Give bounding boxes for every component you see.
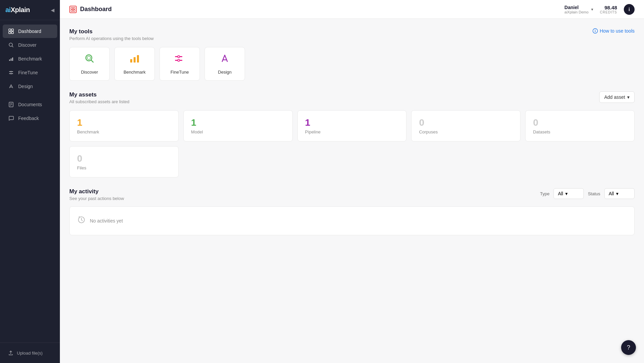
svg-rect-30 xyxy=(134,57,136,63)
settings-button[interactable]: i xyxy=(624,4,635,15)
asset-label-benchmark: Benchmark xyxy=(77,129,171,134)
asset-count-model: 1 xyxy=(191,117,285,128)
tool-card-finetune[interactable]: FineTune xyxy=(159,47,200,81)
empty-cell-1 xyxy=(183,146,293,177)
status-filter-label: Status xyxy=(588,191,600,196)
sidebar-item-label: Design xyxy=(18,84,33,89)
sidebar-bottom: Upload file(s) xyxy=(0,342,60,363)
status-filter-value: All xyxy=(609,191,614,196)
asset-label-files: Files xyxy=(77,165,171,170)
svg-rect-23 xyxy=(73,10,75,11)
svg-rect-20 xyxy=(71,7,73,9)
how-to-label: How to use tools xyxy=(600,28,635,34)
svg-text:i: i xyxy=(595,29,596,33)
status-filter-chevron: ▾ xyxy=(616,191,618,196)
svg-point-27 xyxy=(87,56,91,59)
feedback-icon xyxy=(8,115,14,121)
settings-icon: i xyxy=(629,7,630,12)
svg-point-37 xyxy=(178,59,180,62)
type-filter-label: Type xyxy=(540,191,549,196)
sidebar-item-feedback[interactable]: Feedback xyxy=(3,112,57,125)
activity-section-title: My activity xyxy=(69,188,124,195)
sidebar-item-discover[interactable]: Discover xyxy=(3,38,57,52)
sidebar-item-documents[interactable]: Documents xyxy=(3,98,57,111)
svg-point-14 xyxy=(11,73,12,74)
user-subtitle: aiXplain Demo xyxy=(565,10,589,14)
asset-card-pipeline[interactable]: 1 Pipeline xyxy=(297,110,407,142)
upload-files-button[interactable]: Upload file(s) xyxy=(3,347,57,359)
sidebar-item-label: Benchmark xyxy=(18,56,42,62)
activity-section-title-area: My activity See your past actions below xyxy=(69,188,124,201)
assets-section-title: My assets xyxy=(69,91,129,98)
sidebar-nav: Dashboard Discover Benchmark xyxy=(0,20,60,342)
asset-count-pipeline: 1 xyxy=(305,117,399,128)
asset-card-datasets[interactable]: 0 Datasets xyxy=(525,110,635,142)
header: Dashboard Daniel aiXplain Demo ▾ 98.48 C… xyxy=(60,0,644,19)
discover-tool-icon xyxy=(84,53,95,66)
type-filter-chevron: ▾ xyxy=(565,191,568,196)
svg-rect-31 xyxy=(137,55,139,63)
page-content: My tools Perform AI operations using the… xyxy=(60,19,644,363)
tools-section-header: My tools Perform AI operations using the… xyxy=(69,28,635,41)
sidebar-item-dashboard[interactable]: Dashboard xyxy=(3,25,57,38)
svg-rect-21 xyxy=(73,7,75,9)
type-filter-select[interactable]: All ▾ xyxy=(553,188,584,199)
sidebar-item-label: Dashboard xyxy=(18,29,41,34)
status-filter-select[interactable]: All ▾ xyxy=(604,188,635,199)
user-chevron: ▾ xyxy=(591,7,593,12)
sidebar: aiXplain ◀ Dashboard xyxy=(0,0,60,363)
assets-section-title-area: My assets All subscribed assets are list… xyxy=(69,91,129,104)
type-filter-value: All xyxy=(558,191,563,196)
svg-rect-1 xyxy=(11,29,13,31)
help-fab-button[interactable]: ? xyxy=(621,340,636,355)
header-right: Daniel aiXplain Demo ▾ 98.48 CREDITS i xyxy=(565,4,635,15)
user-menu[interactable]: Daniel aiXplain Demo ▾ xyxy=(565,5,594,14)
svg-rect-22 xyxy=(71,10,73,11)
sidebar-item-benchmark[interactable]: Benchmark xyxy=(3,52,57,66)
assets-section-header: My assets All subscribed assets are list… xyxy=(69,91,635,104)
tool-card-design[interactable]: Design xyxy=(205,47,245,81)
tools-grid: Discover Benchmark xyxy=(69,47,635,81)
asset-label-datasets: Datasets xyxy=(533,129,627,134)
tool-card-benchmark[interactable]: Benchmark xyxy=(114,47,155,81)
tool-card-discover[interactable]: Discover xyxy=(69,47,110,81)
svg-rect-8 xyxy=(12,57,13,61)
sidebar-item-label: Documents xyxy=(18,102,42,107)
logo[interactable]: aiXplain xyxy=(5,6,30,14)
finetune-tool-icon xyxy=(174,53,185,66)
design-tool-icon xyxy=(219,53,230,66)
activity-empty-state: No activities yet xyxy=(69,206,635,235)
user-name: Daniel xyxy=(565,5,589,10)
asset-card-benchmark[interactable]: 1 Benchmark xyxy=(69,110,179,142)
how-to-link[interactable]: i How to use tools xyxy=(593,28,635,34)
empty-cell-3 xyxy=(411,146,521,177)
header-left: Dashboard xyxy=(69,6,112,13)
add-asset-button[interactable]: Add asset ▾ xyxy=(599,91,635,103)
asset-count-corpuses: 0 xyxy=(419,117,513,128)
main-area: Dashboard Daniel aiXplain Demo ▾ 98.48 C… xyxy=(60,0,644,363)
asset-card-corpuses[interactable]: 0 Corpuses xyxy=(411,110,521,142)
benchmark-tool-label: Benchmark xyxy=(123,70,146,75)
sidebar-item-finetune[interactable]: FineTune xyxy=(3,66,57,79)
empty-cell-4 xyxy=(525,146,635,177)
svg-rect-0 xyxy=(9,29,11,31)
asset-label-model: Model xyxy=(191,129,285,134)
assets-grid: 1 Benchmark 1 Model 1 Pipeline 0 Corpuse… xyxy=(69,110,635,142)
svg-point-36 xyxy=(178,56,180,58)
sidebar-item-design[interactable]: Design xyxy=(3,80,57,93)
activity-empty-label: No activities yet xyxy=(90,218,123,224)
svg-line-5 xyxy=(12,46,13,47)
asset-card-files[interactable]: 0 Files xyxy=(69,146,179,177)
discover-icon xyxy=(8,42,14,48)
design-tool-label: Design xyxy=(218,70,231,75)
finetune-icon xyxy=(8,70,14,76)
credits-amount: 98.48 xyxy=(600,5,617,10)
assets-section-subtitle: All subscribed assets are listed xyxy=(69,99,129,104)
page-icon xyxy=(69,6,77,13)
asset-card-model[interactable]: 1 Model xyxy=(183,110,293,142)
tools-section-title-area: My tools Perform AI operations using the… xyxy=(69,28,154,41)
svg-rect-3 xyxy=(11,32,13,34)
activity-empty-icon xyxy=(78,216,85,226)
benchmark-icon xyxy=(8,56,14,62)
collapse-button[interactable]: ◀ xyxy=(51,7,55,13)
